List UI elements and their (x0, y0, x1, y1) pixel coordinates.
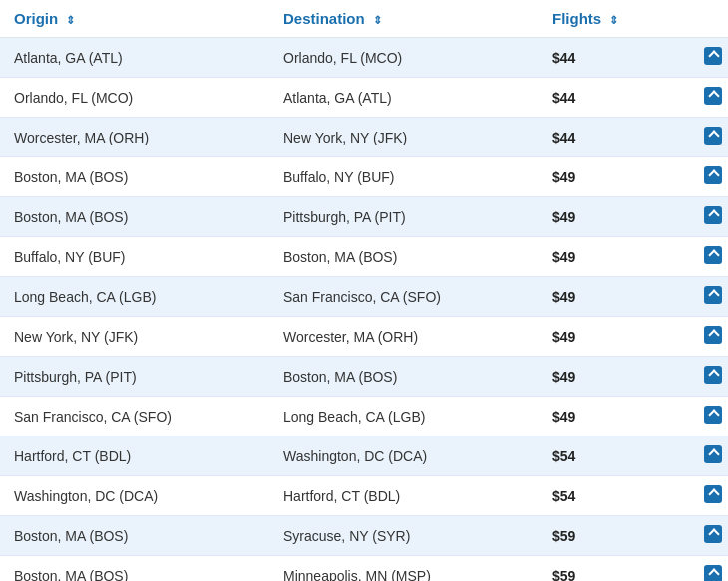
row-arrow-button[interactable] (704, 326, 722, 344)
destination-sort-icon: ⇕ (373, 14, 382, 27)
flights-header-label: Flights (552, 10, 601, 27)
flights-table: Origin ⇕ Destination ⇕ Flights ⇕ Atlanta… (0, 0, 728, 581)
row-arrow-button[interactable] (704, 286, 722, 304)
arrow-cell[interactable] (698, 277, 728, 317)
origin-cell: Orlando, FL (MCO) (0, 78, 269, 118)
price-cell: $49 (539, 317, 698, 357)
destination-cell: Hartford, CT (BDL) (269, 476, 539, 516)
table-row: Long Beach, CA (LGB)San Francisco, CA (S… (0, 277, 728, 317)
row-arrow-button[interactable] (704, 127, 722, 145)
table-row: Buffalo, NY (BUF)Boston, MA (BOS)$49 (0, 237, 728, 277)
arrow-cell[interactable] (698, 118, 728, 157)
destination-cell: Orlando, FL (MCO) (269, 38, 539, 78)
price-cell: $59 (539, 556, 698, 582)
arrow-cell[interactable] (698, 476, 728, 516)
table-row: Orlando, FL (MCO)Atlanta, GA (ATL)$44 (0, 78, 728, 118)
table-row: Boston, MA (BOS)Minneapolis, MN (MSP)$59 (0, 556, 728, 582)
price-cell: $44 (539, 118, 698, 157)
table-row: San Francisco, CA (SFO)Long Beach, CA (L… (0, 397, 728, 436)
row-arrow-button[interactable] (704, 485, 722, 503)
arrow-cell[interactable] (698, 516, 728, 556)
origin-cell: Buffalo, NY (BUF) (0, 237, 269, 277)
origin-cell: Washington, DC (DCA) (0, 476, 269, 516)
row-arrow-button[interactable] (704, 166, 722, 184)
destination-cell: Washington, DC (DCA) (269, 436, 539, 476)
origin-cell: Long Beach, CA (LGB) (0, 277, 269, 317)
price-cell: $44 (539, 78, 698, 118)
flights-header[interactable]: Flights ⇕ (539, 0, 728, 38)
flights-sort-icon: ⇕ (609, 14, 618, 27)
arrow-cell[interactable] (698, 397, 728, 436)
origin-cell: Boston, MA (BOS) (0, 516, 269, 556)
table-row: Washington, DC (DCA)Hartford, CT (BDL)$5… (0, 476, 728, 516)
destination-header-label: Destination (283, 10, 365, 27)
origin-sort-icon: ⇕ (66, 14, 75, 27)
destination-header[interactable]: Destination ⇕ (269, 0, 539, 38)
destination-cell: Pittsburgh, PA (PIT) (269, 197, 539, 237)
row-arrow-button[interactable] (704, 525, 722, 543)
destination-cell: Minneapolis, MN (MSP) (269, 556, 539, 582)
arrow-cell[interactable] (698, 38, 728, 78)
origin-header-label: Origin (14, 10, 58, 27)
table-row: Atlanta, GA (ATL)Orlando, FL (MCO)$44 (0, 38, 728, 78)
origin-cell: Boston, MA (BOS) (0, 197, 269, 237)
price-cell: $49 (539, 237, 698, 277)
origin-header[interactable]: Origin ⇕ (0, 0, 269, 38)
table-row: Boston, MA (BOS)Buffalo, NY (BUF)$49 (0, 157, 728, 197)
row-arrow-button[interactable] (704, 565, 722, 581)
table-row: Boston, MA (BOS)Syracuse, NY (SYR)$59 (0, 516, 728, 556)
origin-cell: Atlanta, GA (ATL) (0, 38, 269, 78)
origin-cell: Worcester, MA (ORH) (0, 118, 269, 157)
price-cell: $49 (539, 357, 698, 397)
price-cell: $54 (539, 436, 698, 476)
origin-cell: Pittsburgh, PA (PIT) (0, 357, 269, 397)
price-cell: $44 (539, 38, 698, 78)
destination-cell: Boston, MA (BOS) (269, 357, 539, 397)
destination-cell: Syracuse, NY (SYR) (269, 516, 539, 556)
row-arrow-button[interactable] (704, 246, 722, 264)
arrow-cell[interactable] (698, 78, 728, 118)
table-row: Boston, MA (BOS)Pittsburgh, PA (PIT)$49 (0, 197, 728, 237)
price-cell: $49 (539, 277, 698, 317)
origin-cell: Boston, MA (BOS) (0, 157, 269, 197)
price-cell: $49 (539, 397, 698, 436)
arrow-cell[interactable] (698, 197, 728, 237)
row-arrow-button[interactable] (704, 366, 722, 384)
arrow-cell[interactable] (698, 237, 728, 277)
destination-cell: Boston, MA (BOS) (269, 237, 539, 277)
destination-cell: Long Beach, CA (LGB) (269, 397, 539, 436)
table-row: Hartford, CT (BDL)Washington, DC (DCA)$5… (0, 436, 728, 476)
price-cell: $59 (539, 516, 698, 556)
arrow-cell[interactable] (698, 317, 728, 357)
destination-cell: New York, NY (JFK) (269, 118, 539, 157)
arrow-cell[interactable] (698, 357, 728, 397)
row-arrow-button[interactable] (704, 206, 722, 224)
destination-cell: Worcester, MA (ORH) (269, 317, 539, 357)
arrow-cell[interactable] (698, 556, 728, 582)
origin-cell: San Francisco, CA (SFO) (0, 397, 269, 436)
destination-cell: Buffalo, NY (BUF) (269, 157, 539, 197)
origin-cell: Boston, MA (BOS) (0, 556, 269, 582)
price-cell: $49 (539, 197, 698, 237)
row-arrow-button[interactable] (704, 406, 722, 424)
origin-cell: New York, NY (JFK) (0, 317, 269, 357)
arrow-cell[interactable] (698, 436, 728, 476)
row-arrow-button[interactable] (704, 87, 722, 105)
destination-cell: Atlanta, GA (ATL) (269, 78, 539, 118)
origin-cell: Hartford, CT (BDL) (0, 436, 269, 476)
destination-cell: San Francisco, CA (SFO) (269, 277, 539, 317)
table-row: Worcester, MA (ORH)New York, NY (JFK)$44 (0, 118, 728, 157)
table-row: Pittsburgh, PA (PIT)Boston, MA (BOS)$49 (0, 357, 728, 397)
row-arrow-button[interactable] (704, 47, 722, 65)
row-arrow-button[interactable] (704, 445, 722, 463)
price-cell: $54 (539, 476, 698, 516)
table-row: New York, NY (JFK)Worcester, MA (ORH)$49 (0, 317, 728, 357)
price-cell: $49 (539, 157, 698, 197)
arrow-cell[interactable] (698, 157, 728, 197)
